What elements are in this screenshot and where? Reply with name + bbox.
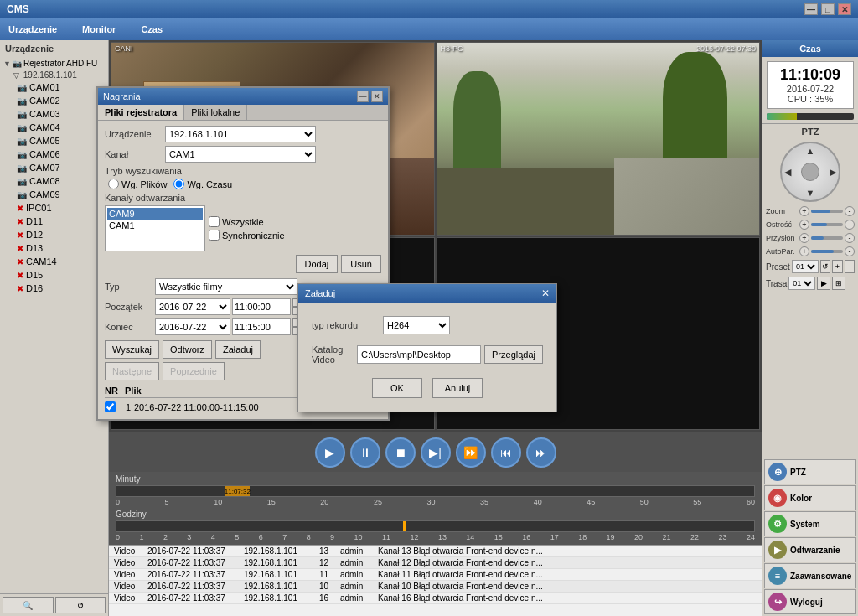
- cam-item-ipc01[interactable]: ✖IPC01: [0, 201, 108, 215]
- ptz-down[interactable]: ▼: [806, 188, 815, 198]
- ptz-wheel[interactable]: ▲ ▼ ◀ ▶: [780, 142, 840, 202]
- btn-system[interactable]: ⚙ System: [764, 511, 856, 536]
- cam-item-cam01[interactable]: 📷CAM01: [0, 80, 108, 94]
- remove-btn[interactable]: Usuń: [341, 255, 381, 273]
- btn-playback[interactable]: ▶ Odtwarzanie: [764, 537, 856, 562]
- zoom-minus[interactable]: -: [845, 206, 855, 216]
- video-dir-input[interactable]: [357, 345, 481, 364]
- refresh-button[interactable]: ↺: [55, 597, 106, 613]
- cam-item-cam09[interactable]: 📷CAM09: [0, 188, 108, 201]
- bright-plus[interactable]: +: [799, 233, 809, 243]
- sharpness-slider[interactable]: [811, 223, 843, 226]
- mode-time-label[interactable]: Wg. Czasu: [173, 179, 232, 189]
- brightness-slider[interactable]: [811, 236, 843, 240]
- ptz-center[interactable]: [801, 163, 819, 181]
- record-type-select[interactable]: H264: [383, 316, 450, 334]
- step-forward-button[interactable]: ▶|: [421, 437, 451, 468]
- cam-item-d12[interactable]: ✖D12: [0, 228, 108, 241]
- device-ip[interactable]: ▽ 192.168.1.101: [0, 70, 108, 80]
- cam-item-cam04[interactable]: 📷CAM04: [0, 121, 108, 134]
- cam-item-cam05[interactable]: 📷CAM05: [0, 134, 108, 148]
- fast-forward-button[interactable]: ⏩: [456, 437, 486, 468]
- nav-device[interactable]: Urządzenie: [8, 24, 57, 34]
- recording-close[interactable]: ✕: [371, 91, 383, 102]
- browse-btn[interactable]: Przeglądaj: [484, 345, 543, 364]
- minutes-bar[interactable]: 11:07:32: [116, 485, 755, 497]
- cancel-btn[interactable]: Anuluj: [432, 378, 483, 398]
- cam-item-cam06[interactable]: 📷CAM06: [0, 148, 108, 161]
- video-cell-2[interactable]: H3-PC 2016-07-22 07:30: [437, 42, 761, 236]
- device-select[interactable]: 192.168.1.101: [165, 126, 316, 142]
- btn-logout[interactable]: ↪ Wyloguj: [764, 589, 856, 614]
- preset-refresh[interactable]: ↺: [820, 260, 830, 273]
- skip-end-button[interactable]: ⏭: [526, 437, 556, 468]
- type-select[interactable]: Wszystkie filmy: [155, 278, 297, 295]
- result-checkbox-1[interactable]: [105, 401, 116, 412]
- all-checkbox[interactable]: [209, 216, 220, 227]
- trasa-select[interactable]: 01: [788, 277, 815, 290]
- minimize-button[interactable]: —: [804, 3, 818, 15]
- autopan-plus[interactable]: +: [799, 246, 809, 256]
- trasa-play[interactable]: ▶: [817, 277, 830, 290]
- prev-btn[interactable]: Poprzednie: [163, 362, 225, 380]
- end-time-input[interactable]: [232, 318, 291, 335]
- sync-checkbox-label[interactable]: Synchronicznie: [209, 230, 285, 241]
- ptz-right[interactable]: ▶: [830, 167, 836, 178]
- ok-btn[interactable]: OK: [372, 378, 422, 398]
- sharp-plus[interactable]: +: [799, 220, 809, 230]
- start-time-input[interactable]: [232, 298, 291, 315]
- channel-item-cam1[interactable]: CAM1: [107, 220, 203, 231]
- autopan-slider[interactable]: [811, 250, 843, 253]
- add-btn[interactable]: Dodaj: [296, 255, 339, 273]
- trasa-grid[interactable]: ⊞: [832, 277, 845, 290]
- start-date-select[interactable]: 2016-07-22: [155, 298, 230, 315]
- tab-recorder-files[interactable]: Pliki rejestratora: [98, 105, 184, 120]
- sharp-minus[interactable]: -: [845, 220, 855, 230]
- search-btn[interactable]: Wyszukaj: [105, 340, 159, 359]
- cam-item-cam07[interactable]: 📷CAM07: [0, 161, 108, 174]
- dialog-close[interactable]: ✕: [541, 287, 550, 299]
- btn-advanced[interactable]: ≡ Zaawansowane: [764, 563, 856, 588]
- recording-minimize[interactable]: —: [357, 91, 369, 102]
- mode-files-label[interactable]: Wg. Plików: [108, 179, 167, 189]
- channel-select[interactable]: CAM1: [165, 146, 316, 163]
- all-checkbox-label[interactable]: Wszystkie: [209, 216, 285, 227]
- btn-ptz[interactable]: ⊕ PTZ: [764, 459, 856, 484]
- tab-local-files[interactable]: Pliki lokalne: [184, 105, 247, 120]
- cam-item-cam14[interactable]: ✖CAM14: [0, 255, 108, 268]
- cam-item-cam08[interactable]: 📷CAM08: [0, 174, 108, 188]
- zoom-slider[interactable]: [811, 210, 843, 213]
- device-row[interactable]: ▼ 📷 Rejestrator AHD FU: [0, 57, 108, 70]
- maximize-button[interactable]: □: [821, 3, 835, 15]
- sync-checkbox[interactable]: [209, 230, 220, 241]
- ptz-left[interactable]: ◀: [784, 167, 791, 178]
- cam-item-d11[interactable]: ✖D11: [0, 215, 108, 228]
- cam-item-cam02[interactable]: 📷CAM02: [0, 94, 108, 107]
- play-button[interactable]: ▶: [315, 437, 345, 468]
- open-btn[interactable]: Odtworz: [163, 340, 212, 359]
- hours-bar[interactable]: [116, 520, 755, 532]
- mode-files-radio[interactable]: [108, 179, 119, 189]
- next-btn[interactable]: Następne: [105, 362, 159, 380]
- end-date-select[interactable]: 2016-07-22: [155, 318, 230, 335]
- channel-item-cam9[interactable]: CAM9: [107, 208, 203, 220]
- zoom-plus[interactable]: +: [799, 206, 809, 216]
- channels-list[interactable]: CAM9 CAM1: [105, 205, 205, 251]
- cam-item-d16[interactable]: ✖D16: [0, 282, 108, 295]
- cam-item-cam03[interactable]: 📷CAM03: [0, 107, 108, 121]
- bright-minus[interactable]: -: [845, 233, 855, 243]
- pause-button[interactable]: ⏸: [350, 437, 380, 468]
- mode-time-radio[interactable]: [173, 179, 184, 189]
- stop-button[interactable]: ⏹: [385, 437, 416, 468]
- nav-monitor[interactable]: Monitor: [82, 24, 116, 34]
- nav-time[interactable]: Czas: [141, 24, 163, 34]
- cam-item-d15[interactable]: ✖D15: [0, 268, 108, 282]
- preset-remove[interactable]: -: [845, 260, 855, 273]
- load-btn[interactable]: Załaduj: [215, 340, 261, 359]
- search-button[interactable]: 🔍: [3, 597, 54, 613]
- autopan-minus[interactable]: -: [845, 246, 855, 256]
- btn-color[interactable]: ◉ Kolor: [764, 485, 856, 510]
- close-button[interactable]: ✕: [838, 3, 851, 15]
- preset-add[interactable]: +: [832, 260, 842, 273]
- ptz-up[interactable]: ▲: [806, 146, 815, 156]
